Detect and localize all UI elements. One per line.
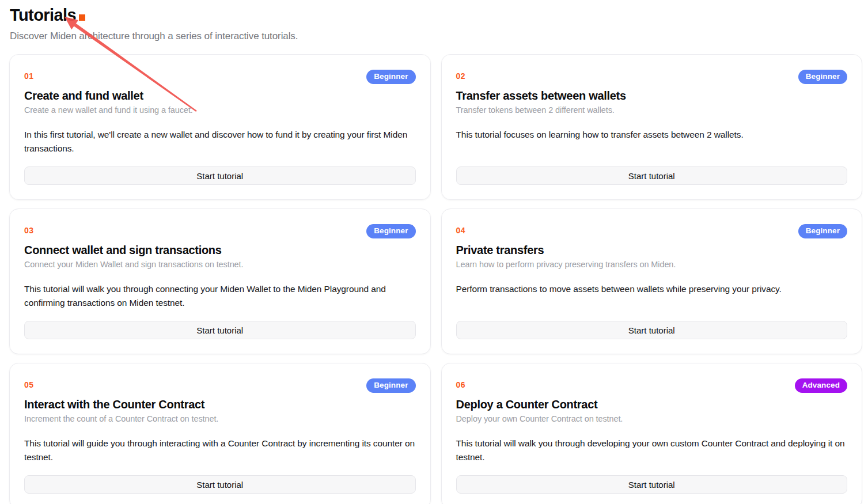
card-top-row: 06 Advanced: [456, 378, 848, 393]
tutorial-number: 03: [24, 224, 33, 235]
tutorial-title: Create and fund wallet: [24, 89, 416, 103]
tutorial-card-grid: 01 Beginner Create and fund wallet Creat…: [9, 54, 862, 504]
tutorial-number: 06: [456, 378, 465, 389]
start-tutorial-button[interactable]: Start tutorial: [24, 321, 416, 339]
tutorial-subtitle: Increment the count of a Counter Contrac…: [24, 414, 416, 423]
start-tutorial-button[interactable]: Start tutorial: [24, 166, 416, 185]
tutorial-number: 02: [456, 70, 465, 81]
page-title-text: Tutorials: [10, 6, 76, 24]
difficulty-badge: Beginner: [366, 378, 415, 393]
tutorial-description: This tutorial will walk you through conn…: [24, 282, 416, 310]
card-top-row: 01 Beginner: [24, 70, 416, 84]
tutorial-card-03: 03 Beginner Connect wallet and sign tran…: [9, 209, 431, 354]
page-title: Tutorials: [10, 4, 862, 25]
tutorial-description: Perform transactions to move assets betw…: [456, 282, 848, 296]
difficulty-badge: Beginner: [366, 224, 415, 238]
card-top-row: 04 Beginner: [456, 224, 848, 238]
difficulty-badge: Advanced: [795, 378, 847, 393]
tutorial-number: 04: [456, 224, 465, 235]
page-header: Tutorials Discover Miden architecture th…: [9, 4, 862, 42]
card-top-row: 03 Beginner: [24, 224, 416, 238]
tutorial-card-06: 06 Advanced Deploy a Counter Contract De…: [441, 363, 863, 504]
tutorial-subtitle: Create a new wallet and fund it using a …: [24, 105, 416, 115]
tutorial-card-04: 04 Beginner Private transfers Learn how …: [441, 209, 863, 354]
tutorial-title: Transfer assets between wallets: [456, 89, 848, 103]
tutorial-description: This tutorial will guide you through int…: [24, 437, 416, 464]
card-top-row: 02 Beginner: [456, 70, 848, 84]
difficulty-badge: Beginner: [366, 70, 415, 84]
tutorial-subtitle: Learn how to perform privacy preserving …: [456, 260, 848, 269]
tutorial-subtitle: Connect your Miden Wallet and sign trans…: [24, 260, 416, 269]
tutorial-title: Deploy a Counter Contract: [456, 398, 848, 411]
tutorial-subtitle: Deploy your own Counter Contract on test…: [456, 414, 848, 423]
tutorial-card-05: 05 Beginner Interact with the Counter Co…: [9, 363, 431, 504]
tutorial-description: This tutorial will walk you through deve…: [456, 437, 848, 464]
tutorial-number: 01: [24, 70, 33, 81]
tutorials-page: Tutorials Discover Miden architecture th…: [0, 0, 868, 504]
card-top-row: 05 Beginner: [24, 378, 416, 393]
page-subtitle: Discover Miden architecture through a se…: [10, 31, 862, 42]
tutorial-card-01: 01 Beginner Create and fund wallet Creat…: [9, 54, 431, 200]
tutorial-subtitle: Transfer tokens between 2 different wall…: [456, 105, 848, 115]
tutorial-number: 05: [24, 378, 33, 389]
tutorial-card-02: 02 Beginner Transfer assets between wall…: [441, 54, 863, 200]
tutorial-title: Private transfers: [456, 244, 848, 257]
tutorial-title: Connect wallet and sign transactions: [24, 244, 416, 257]
tutorial-description: This tutorial focuses on learning how to…: [456, 128, 848, 142]
start-tutorial-button[interactable]: Start tutorial: [456, 475, 848, 494]
start-tutorial-button[interactable]: Start tutorial: [456, 166, 848, 185]
difficulty-badge: Beginner: [798, 224, 847, 238]
tutorial-description: In this first tutorial, we'll create a n…: [24, 128, 416, 156]
start-tutorial-button[interactable]: Start tutorial: [24, 475, 416, 494]
start-tutorial-button[interactable]: Start tutorial: [456, 321, 848, 339]
orange-square-icon: [79, 14, 85, 21]
difficulty-badge: Beginner: [798, 70, 847, 84]
tutorial-title: Interact with the Counter Contract: [24, 398, 416, 411]
